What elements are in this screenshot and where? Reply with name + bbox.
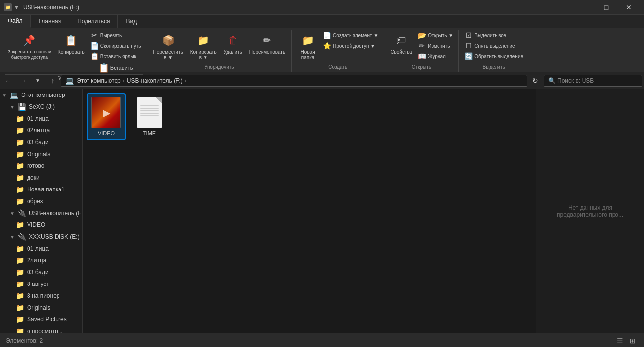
paste-shortcut-button[interactable]: 📋 Вставить ярлык: [88, 51, 143, 61]
select-col: ☑ Выделить все ☐ Снять выделение 🔄 Обрат…: [463, 31, 525, 61]
sidebar-item-originals[interactable]: 📁 Originals: [0, 148, 82, 160]
create-col: 📄 Создать элемент ▼ ⭐ Простой доступ ▼: [321, 31, 380, 51]
new-folder-button[interactable]: 📁 Новаяпапка: [295, 31, 320, 62]
tab-home[interactable]: Главная: [31, 15, 70, 28]
grid-view-button[interactable]: ⊞: [627, 335, 638, 346]
paste-icon: 📋: [98, 63, 109, 73]
sidebar-label-02litca: 02литца: [27, 127, 50, 134]
copy-to-button[interactable]: 📁 Копироватьв ▼: [187, 31, 220, 62]
file-item-video[interactable]: ▶ VIDEO: [87, 93, 126, 140]
properties-button[interactable]: 🏷 Свойства: [387, 31, 415, 57]
sidebar-item-usb-f[interactable]: ▼ 🔌 USB-накопитель (F:: [0, 207, 82, 219]
app-icon: 📁: [4, 3, 12, 11]
sidebar-label-obrez: обрез: [27, 198, 43, 205]
sidebar-item-video[interactable]: 📁 VIDEO: [0, 219, 82, 231]
sidebar-item-01lica[interactable]: 📁 01 лица: [0, 113, 82, 125]
sidebar-item-xxx-8pioner[interactable]: 📁 8 на пионер: [0, 290, 82, 302]
sidebar-item-xxx-01lica[interactable]: 📁 01 лица: [0, 243, 82, 254]
sidebar-label-8pio: 8 на пионер: [27, 292, 60, 299]
no-preview-text: Нет данных для предварительного про...: [544, 204, 636, 218]
folder-icon-video: 📁: [16, 221, 24, 229]
path-computer[interactable]: Этот компьютер: [77, 77, 121, 84]
paste-button[interactable]: 📋 Вставить: [88, 62, 143, 74]
select-items: ☑ Выделить все ☐ Снять выделение 🔄 Обрат…: [463, 31, 525, 63]
ribbon-group-open: 🏷 Свойства 📂 Открыть ▼ ✏ Изменить 📖 Журн…: [384, 30, 459, 72]
pin-button[interactable]: 📌 Закрепить на панелибыстрого доступа: [5, 31, 54, 62]
ribbon-group-clipboard: 📌 Закрепить на панелибыстрого доступа 📋 …: [2, 30, 146, 72]
sidebar-item-doki[interactable]: 📁 доки: [0, 172, 82, 184]
address-path[interactable]: 💻 Этот компьютер › USB-накопитель (F:) ›: [61, 75, 527, 87]
sidebar-item-gotovo[interactable]: 📁 готово: [0, 160, 82, 172]
refresh-button[interactable]: ↻: [529, 74, 542, 87]
copy-to-icon: 📁: [196, 32, 211, 48]
ribbon-group-create: 📁 Новаяпапка 📄 Создать элемент ▼ ⭐ Прост…: [293, 30, 383, 72]
select-all-button[interactable]: ☑ Выделить все: [463, 31, 525, 40]
sidebar-item-computer[interactable]: ▼ 💻 Этот компьютер: [0, 89, 82, 101]
sidebar-item-xxxusb[interactable]: ▼ 🔌 XXXUSB DISK (E:): [0, 231, 82, 243]
expand-icon-xxx: ▼: [10, 234, 15, 240]
sidebar-item-novaya-papka[interactable]: 📁 Новая папка1: [0, 184, 82, 195]
recent-button[interactable]: ▼: [31, 74, 44, 87]
copy-button[interactable]: 📋 Копировать: [55, 31, 88, 57]
cut-button[interactable]: ✂ Вырезать: [88, 31, 143, 40]
easy-access-icon: ⭐: [323, 42, 331, 50]
expand-icon-usb: ▼: [10, 211, 15, 216]
sidebar-label-gotovo: готово: [27, 162, 44, 169]
new-folder-icon: 📁: [300, 32, 316, 48]
sidebar-item-03badi[interactable]: 📁 03 бади: [0, 136, 82, 148]
play-icon: ▶: [103, 107, 110, 119]
minimize-button[interactable]: —: [572, 0, 595, 15]
folder-icon-opros: 📁: [16, 327, 24, 333]
sidebar-item-xxx-2litca[interactable]: 📁 2литца: [0, 254, 82, 266]
ribbon: Файл Главная Поделиться Вид 📌 Закрепить …: [0, 15, 644, 72]
copy-path-button[interactable]: 📄 Скопировать путь: [88, 41, 143, 51]
ribbon-group-organize: 📦 Переместитьв ▼ 📁 Копироватьв ▼ 🗑 Удали…: [147, 30, 292, 72]
open-icon: 📂: [418, 32, 426, 39]
sidebar-item-oprosmotr[interactable]: 📁 о просмотр...: [0, 325, 82, 333]
move-to-button[interactable]: 📦 Переместитьв ▼: [150, 31, 186, 62]
back-button[interactable]: ←: [2, 74, 15, 87]
deselect-button[interactable]: ☐ Снять выделение: [463, 41, 525, 51]
sidebar-item-xxx-03badi[interactable]: 📁 03 бади: [0, 266, 82, 278]
close-button[interactable]: ✕: [617, 0, 640, 15]
tab-share[interactable]: Поделиться: [69, 15, 118, 28]
folder-icon-8avg: 📁: [16, 280, 24, 288]
sidebar-item-02litca[interactable]: 📁 02литца: [0, 125, 82, 136]
folder-icon-obrez: 📁: [16, 197, 24, 205]
path-usb[interactable]: USB-накопитель (F:): [127, 77, 183, 84]
preview-panel: Нет данных для предварительного про...: [536, 89, 644, 333]
list-view-button[interactable]: ☰: [615, 335, 625, 346]
easy-access-button[interactable]: ⭐ Простой доступ ▼: [321, 41, 380, 51]
sidebar-item-xxx-originals[interactable]: 📁 Originals: [0, 302, 82, 314]
open-button[interactable]: 📂 Открыть ▼: [416, 31, 455, 40]
ribbon-content: 📌 Закрепить на панелибыстрого доступа 📋 …: [0, 28, 644, 72]
sidebar-item-obrez[interactable]: 📁 обрез: [0, 195, 82, 207]
tab-file[interactable]: Файл: [0, 15, 31, 28]
new-item-button[interactable]: 📄 Создать элемент ▼: [321, 31, 380, 40]
ribbon-group-select: ☑ Выделить все ☐ Снять выделение 🔄 Обрат…: [460, 30, 528, 72]
maximize-button[interactable]: □: [595, 0, 617, 15]
sidebar-item-xxx-8avgust[interactable]: 📁 8 август: [0, 278, 82, 290]
sidebar-item-saved-pictures[interactable]: 📁 Saved Pictures: [0, 314, 82, 325]
invert-selection-button[interactable]: 🔄 Обратить выделение: [463, 51, 525, 61]
rename-button[interactable]: ✏ Переименовать: [246, 31, 288, 57]
content-area[interactable]: ▶ VIDEO: [83, 89, 536, 333]
paste-shortcut-icon: 📋: [90, 52, 98, 60]
up-button[interactable]: ↑: [46, 74, 59, 87]
sidebar-item-sexc[interactable]: ▼ 💾 SeXC (J:): [0, 101, 82, 113]
file-item-time[interactable]: TIME: [130, 93, 169, 140]
select-all-icon: ☑: [465, 32, 472, 39]
search-box[interactable]: 🔍 Поиск в: USB: [544, 75, 642, 87]
folder-icon-gotovo: 📁: [16, 162, 24, 170]
history-icon: 📖: [418, 52, 426, 60]
forward-button[interactable]: →: [17, 74, 29, 87]
history-button[interactable]: 📖 Журнал: [416, 51, 455, 61]
edit-button[interactable]: ✏ Изменить: [416, 41, 455, 51]
video-thumbnail: ▶: [90, 97, 122, 128]
organize-label: Упорядочить: [150, 63, 288, 71]
expand-icon-sexc: ▼: [10, 104, 15, 110]
delete-button[interactable]: 🗑 Удалить: [221, 31, 245, 57]
open-items: 🏷 Свойства 📂 Открыть ▼ ✏ Изменить 📖 Журн…: [387, 31, 455, 63]
tab-view[interactable]: Вид: [118, 15, 145, 28]
sidebar-label-8avg: 8 август: [27, 281, 49, 287]
